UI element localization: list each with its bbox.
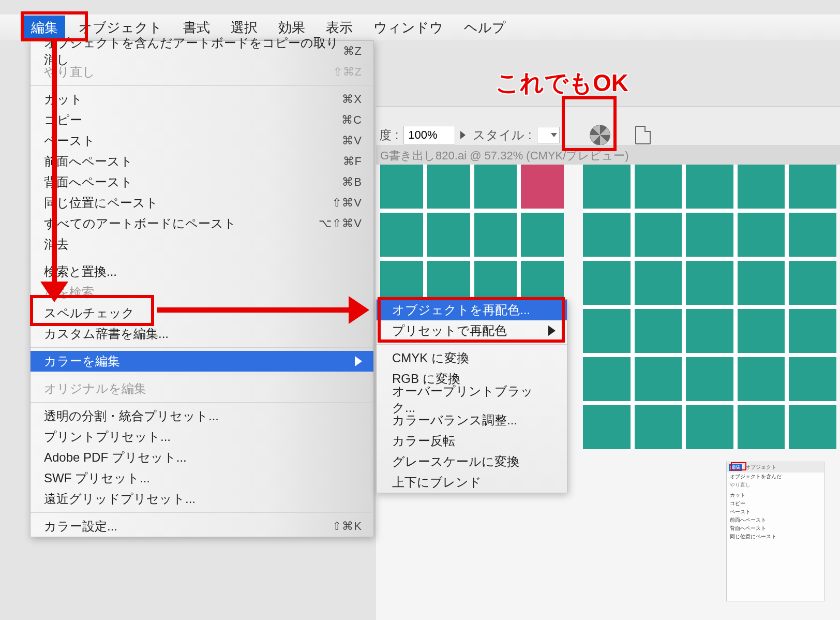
menu-print-preset[interactable]: プリントプリセット...: [31, 426, 373, 447]
menu-spellcheck[interactable]: スペルチェック: [31, 303, 373, 323]
menu-edit-original: オリジナルを編集: [31, 378, 373, 399]
menu-clear[interactable]: 消去: [31, 234, 373, 255]
menu-window[interactable]: ウィンドウ: [373, 19, 443, 37]
menu-pdf-preset[interactable]: Adobe PDF プリセット...: [31, 447, 373, 468]
document-setup-icon[interactable]: [635, 126, 651, 144]
submenu-invert-colors[interactable]: カラー反転: [377, 431, 567, 451]
annotation-arrow-right: [157, 307, 352, 313]
menu-paste-back[interactable]: 背面へペースト⌘B: [31, 172, 373, 193]
recolor-artwork-icon[interactable]: [590, 125, 610, 145]
submenu-convert-grayscale[interactable]: グレースケールに変換: [377, 451, 567, 472]
thumb-row: 同じ位置にペースト: [727, 533, 824, 541]
artboard-2: [583, 165, 836, 449]
menu-edit-colors[interactable]: カラーを編集: [31, 351, 373, 372]
menu-cut[interactable]: カット⌘X: [31, 89, 373, 110]
thumb-row: コピー: [727, 499, 824, 508]
menu-view[interactable]: 表示: [326, 19, 353, 37]
thumbnail-preview: 編集 オブジェクト オブジェクトを含んだ やり直し カット コピー ペースト 前…: [726, 462, 824, 601]
submenu-convert-cmyk[interactable]: CMYK に変換: [377, 348, 567, 368]
style-label: スタイル :: [473, 127, 531, 143]
thumb-row: ペースト: [727, 508, 824, 516]
menu-effect[interactable]: 効果: [278, 19, 305, 37]
menu-format[interactable]: 書式: [183, 19, 210, 37]
thumb-object: オブジェクト: [745, 464, 776, 471]
opacity-label: 度 :: [379, 127, 398, 143]
menu-copy[interactable]: コピー⌘C: [31, 110, 373, 130]
menu-color-settings[interactable]: カラー設定...⇧⌘K: [31, 516, 373, 537]
menu-help[interactable]: ヘルプ: [464, 19, 506, 37]
menu-paste-all-artboards[interactable]: すべてのアートボードにペースト⌥⇧⌘V: [31, 213, 373, 234]
thumb-row: オブジェクトを含んだ: [727, 473, 824, 481]
menu-undo[interactable]: オブジェクトを含んだアートボードをコピーの取り消し⌘Z: [31, 41, 373, 62]
menu-object[interactable]: オブジェクト: [79, 19, 162, 37]
annotation-text: これでもOK: [496, 67, 628, 99]
menu-swf-preset[interactable]: SWF プリセット...: [31, 468, 373, 489]
chevron-right-icon: [355, 356, 362, 366]
menu-paste[interactable]: ペースト⌘V: [31, 130, 373, 151]
document-tab[interactable]: G書き出し820.ai @ 57.32% (CMYK/プレビュー): [376, 145, 840, 167]
thumb-row: 前面へペースト: [727, 516, 824, 524]
menu-paste-front[interactable]: 前面へペースト⌘F: [31, 151, 373, 172]
submenu-overprint-black[interactable]: オーバープリントブラック...: [377, 389, 567, 410]
edit-menu-dropdown: オブジェクトを含んだアートボードをコピーの取り消し⌘Z やり直し⇧⌘Z カット⌘…: [30, 40, 374, 537]
edit-colors-submenu: オブジェクトを再配色... プリセットで再配色 CMYK に変換 RGB に変換…: [376, 299, 567, 493]
thumb-row: 背面へペースト: [727, 524, 824, 533]
menu-transparency-preset[interactable]: 透明の分割・統合プリセット...: [31, 406, 373, 426]
style-dropdown[interactable]: [537, 127, 560, 143]
menu-perspective-preset[interactable]: 遠近グリッドプリセット...: [31, 489, 373, 509]
opacity-input[interactable]: [403, 126, 455, 144]
menu-find-replace[interactable]: 検索と置換...: [31, 261, 373, 282]
annotation-arrow-down: [52, 41, 57, 285]
submenu-recolor-preset[interactable]: プリセットで再配色: [377, 320, 567, 341]
submenu-blend-vertical[interactable]: 上下にブレンド: [377, 472, 567, 493]
menu-paste-place[interactable]: 同じ位置にペースト⇧⌘V: [31, 193, 373, 213]
menu-find-next: 次を検索: [31, 282, 373, 303]
submenu-recolor-artwork[interactable]: オブジェクトを再配色...: [377, 300, 567, 320]
menu-custom-dictionary[interactable]: カスタム辞書を編集...: [31, 323, 373, 344]
chevron-right-icon: [548, 326, 556, 336]
menu-redo: やり直し⇧⌘Z: [31, 62, 373, 82]
menu-select[interactable]: 選択: [231, 19, 258, 37]
chevron-right-icon[interactable]: [460, 131, 466, 139]
thumb-row: カット: [727, 491, 824, 499]
thumb-row: やり直し: [727, 481, 824, 489]
